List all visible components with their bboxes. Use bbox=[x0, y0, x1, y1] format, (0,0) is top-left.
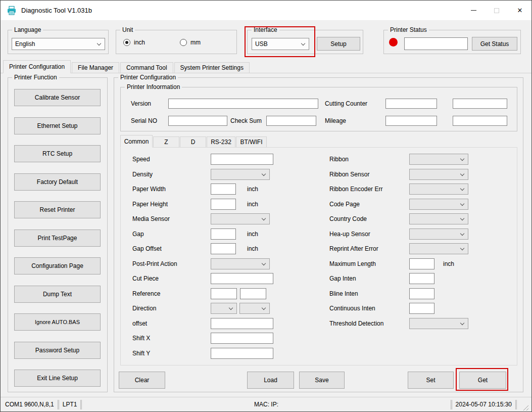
direction-select-1[interactable] bbox=[211, 303, 237, 314]
reprint-after-error-select[interactable] bbox=[409, 243, 468, 254]
load-button[interactable]: Load bbox=[247, 372, 294, 389]
calibrate-sensor-button[interactable]: Calibrate Sensor bbox=[14, 89, 101, 106]
mileage-field-1[interactable] bbox=[385, 116, 437, 126]
cut-piece-label: Cut Piece bbox=[132, 273, 159, 284]
status-divider bbox=[80, 400, 82, 409]
media-sensor-select[interactable] bbox=[211, 213, 270, 224]
get-button[interactable]: Get bbox=[459, 372, 506, 389]
subtab-z[interactable]: Z bbox=[153, 136, 179, 147]
configuration-page-button[interactable]: Configuration Page bbox=[14, 257, 101, 274]
post-print-action-select[interactable] bbox=[211, 258, 270, 269]
printer-information-group-label: Printer Infoormation bbox=[125, 83, 182, 90]
paper-width-field[interactable] bbox=[211, 184, 236, 195]
minimize-button[interactable] bbox=[462, 1, 485, 20]
factory-default-button[interactable]: Factory Default bbox=[14, 173, 101, 191]
unit-mm-radio[interactable] bbox=[180, 39, 187, 46]
cut-piece-field[interactable] bbox=[211, 273, 273, 284]
password-setup-button[interactable]: Password Setup bbox=[14, 342, 101, 359]
printer-status-group: Printer Status Get Status bbox=[383, 30, 521, 54]
shift-x-label: Shift X bbox=[132, 333, 150, 344]
serial-no-label: Serial NO bbox=[131, 115, 157, 126]
setup-button[interactable]: Setup bbox=[317, 37, 360, 51]
subtab-rs232[interactable]: RS-232 bbox=[207, 136, 235, 147]
tab-system-printer-settings[interactable]: System Printer Settings bbox=[174, 62, 250, 73]
subtab-common[interactable]: Common bbox=[120, 135, 153, 148]
maximum-length-field[interactable] bbox=[409, 258, 434, 269]
gap-inten-field[interactable] bbox=[409, 273, 434, 284]
save-button[interactable]: Save bbox=[299, 372, 345, 389]
ignore-autobas-button[interactable]: Ignore AUTO.BAS bbox=[14, 313, 101, 331]
ribbon-sensor-label: Ribbon Sensor bbox=[329, 169, 369, 180]
ethernet-setup-button[interactable]: Ethernet Setup bbox=[14, 117, 101, 134]
maximize-button[interactable] bbox=[485, 1, 508, 20]
reference-field-x[interactable] bbox=[211, 288, 237, 299]
minimize-icon bbox=[471, 10, 476, 11]
chevron-down-icon bbox=[460, 216, 464, 220]
direction-select-2[interactable] bbox=[239, 303, 270, 314]
ribbon-encoder-err-select[interactable] bbox=[409, 184, 468, 195]
gap-label: Gap bbox=[132, 228, 144, 240]
interface-select[interactable]: USB bbox=[252, 38, 309, 50]
rtc-setup-button[interactable]: RTC Setup bbox=[14, 145, 101, 162]
ribbon-encoder-err-label: Ribbon Encoder Err bbox=[329, 184, 382, 195]
reprint-after-error-label: Reprint After Error bbox=[329, 243, 378, 254]
offset-field[interactable] bbox=[211, 318, 273, 329]
mileage-field-2[interactable] bbox=[453, 116, 507, 126]
paper-width-label: Paper Width bbox=[132, 184, 166, 195]
speed-field[interactable] bbox=[211, 154, 273, 165]
tab-printer-configuration[interactable]: Printer Configuration bbox=[3, 60, 71, 73]
printer-status-field[interactable] bbox=[404, 37, 468, 50]
set-button[interactable]: Set bbox=[408, 372, 454, 389]
chevron-down-icon bbox=[301, 41, 305, 45]
close-icon: ✕ bbox=[517, 7, 523, 14]
ribbon-select[interactable] bbox=[409, 154, 468, 165]
serial-no-field[interactable] bbox=[168, 116, 227, 126]
tab-file-manager[interactable]: File Manager bbox=[72, 62, 119, 73]
tab-command-tool[interactable]: Command Tool bbox=[120, 62, 173, 73]
country-code-select[interactable] bbox=[409, 213, 468, 224]
continuous-inten-field[interactable] bbox=[409, 303, 434, 314]
subtab-d[interactable]: D bbox=[180, 136, 206, 147]
unit-inch-radio[interactable] bbox=[123, 39, 130, 46]
threshold-detection-select[interactable] bbox=[409, 318, 468, 329]
density-select[interactable] bbox=[211, 169, 270, 180]
check-sum-field[interactable] bbox=[266, 116, 316, 126]
unit-mm-label: mm bbox=[190, 37, 201, 48]
resize-grip-icon[interactable] bbox=[522, 404, 528, 410]
exit-line-setup-button[interactable]: Exit Line Setup bbox=[14, 370, 101, 387]
interface-group-label: Interface bbox=[252, 26, 279, 33]
gap-field[interactable] bbox=[211, 228, 236, 240]
language-select[interactable]: English bbox=[12, 38, 105, 50]
chevron-down-icon bbox=[460, 321, 464, 325]
interface-group: Interface USB Setup bbox=[247, 30, 363, 54]
cutting-counter-field-2[interactable] bbox=[453, 99, 507, 109]
maximum-length-label: Maximum Length bbox=[329, 258, 376, 269]
dump-text-button[interactable]: Dump Text bbox=[14, 286, 101, 303]
get-status-button[interactable]: Get Status bbox=[472, 37, 517, 51]
gap-offset-field[interactable] bbox=[211, 243, 236, 254]
close-button[interactable]: ✕ bbox=[508, 1, 531, 20]
reference-field-y[interactable] bbox=[240, 288, 266, 299]
head-up-sensor-select[interactable] bbox=[409, 228, 468, 240]
shift-y-field[interactable] bbox=[211, 348, 273, 359]
status-bar: COM1 9600,N,8,1 LPT1 MAC: IP: 2024-05-07… bbox=[1, 397, 531, 411]
reference-label: Reference bbox=[132, 288, 160, 299]
chevron-down-icon bbox=[460, 232, 464, 236]
subtab-btwifi[interactable]: BT/WIFI bbox=[236, 136, 267, 147]
bline-inten-field[interactable] bbox=[409, 288, 434, 299]
status-divider bbox=[58, 400, 59, 409]
ribbon-sensor-select[interactable] bbox=[409, 169, 468, 180]
cutting-counter-field-1[interactable] bbox=[385, 99, 437, 109]
print-testpage-button[interactable]: Print TestPage bbox=[14, 230, 101, 247]
code-page-select[interactable] bbox=[409, 199, 468, 210]
shift-x-field[interactable] bbox=[211, 333, 273, 344]
lpt-status: LPT1 bbox=[61, 401, 79, 408]
printer-configuration-group: Printer Configuration Printer Infoormati… bbox=[114, 77, 523, 392]
clear-button[interactable]: Clear bbox=[119, 372, 165, 389]
window-controls: ✕ bbox=[462, 1, 531, 20]
paper-height-field[interactable] bbox=[211, 199, 236, 210]
version-field[interactable] bbox=[168, 99, 318, 109]
window-title: Diagnostic Tool V1.031b bbox=[21, 7, 92, 14]
reset-printer-button[interactable]: Reset Printer bbox=[14, 201, 101, 218]
datetime-status: 2024-05-07 10:15:30 bbox=[454, 401, 513, 408]
